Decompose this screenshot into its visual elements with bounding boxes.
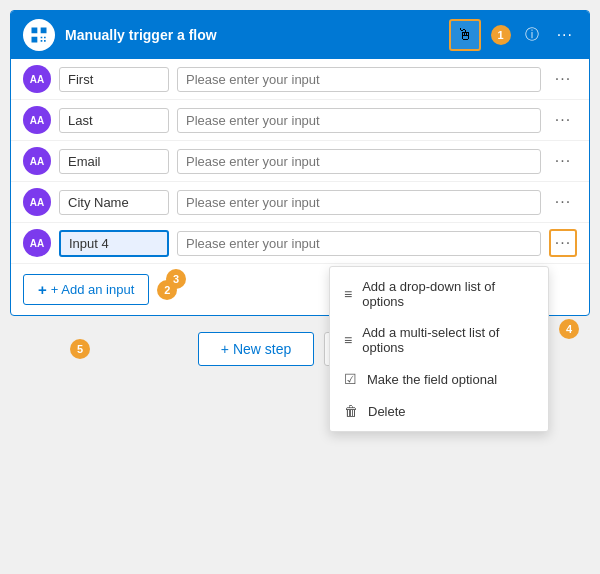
plus-icon: + (38, 281, 47, 298)
aa-badge-cityname: AA (23, 188, 51, 216)
menu-delete-label: Delete (368, 404, 406, 419)
field-name-email[interactable] (59, 149, 169, 174)
row-more-input4[interactable]: ··· (549, 229, 577, 257)
row-input4: AA ··· (11, 223, 589, 264)
trigger-card: Manually trigger a flow 🖱 1 ⓘ ··· AA ···… (10, 10, 590, 316)
dropdown-icon: ≡ (344, 286, 352, 302)
row-first: AA ··· (11, 59, 589, 100)
row-email: AA ··· (11, 141, 589, 182)
field-name-cityname[interactable] (59, 190, 169, 215)
placeholder-email[interactable] (177, 149, 541, 174)
row-last: AA ··· (11, 100, 589, 141)
multiselect-icon: ≡ (344, 332, 352, 348)
badge-5: 5 (70, 339, 90, 359)
field-name-first[interactable] (59, 67, 169, 92)
card-header: Manually trigger a flow 🖱 1 ⓘ ··· (11, 11, 589, 59)
placeholder-input4[interactable] (177, 231, 541, 256)
info-button[interactable]: ⓘ (521, 22, 543, 48)
cursor-button[interactable]: 🖱 (449, 19, 481, 51)
badge-3: 3 (166, 269, 186, 289)
row-cityname: AA ··· (11, 182, 589, 223)
header-more-button[interactable]: ··· (553, 22, 577, 48)
menu-add-dropdown[interactable]: ≡ Add a drop-down list of options (330, 271, 548, 317)
badge-4: 4 (559, 319, 579, 339)
row-more-cityname[interactable]: ··· (549, 188, 577, 216)
aa-badge-input4: AA (23, 229, 51, 257)
aa-badge-email: AA (23, 147, 51, 175)
placeholder-cityname[interactable] (177, 190, 541, 215)
header-title: Manually trigger a flow (65, 27, 439, 43)
row-more-last[interactable]: ··· (549, 106, 577, 134)
menu-add-dropdown-label: Add a drop-down list of options (362, 279, 534, 309)
placeholder-last[interactable] (177, 108, 541, 133)
add-input-button[interactable]: + + Add an input (23, 274, 149, 305)
menu-make-optional[interactable]: ☑ Make the field optional (330, 363, 548, 395)
aa-badge-last: AA (23, 106, 51, 134)
row-more-first[interactable]: ··· (549, 65, 577, 93)
new-step-button[interactable]: + New step (198, 332, 314, 366)
menu-add-multiselect-label: Add a multi-select list of options (362, 325, 534, 355)
badge-1: 1 (491, 25, 511, 45)
placeholder-first[interactable] (177, 67, 541, 92)
flow-icon (23, 19, 55, 51)
menu-delete[interactable]: 🗑 Delete (330, 395, 548, 427)
aa-badge-first: AA (23, 65, 51, 93)
add-input-label: + Add an input (51, 282, 135, 297)
trash-icon: 🗑 (344, 403, 358, 419)
menu-make-optional-label: Make the field optional (367, 372, 497, 387)
menu-add-multiselect[interactable]: ≡ Add a multi-select list of options (330, 317, 548, 363)
row-more-email[interactable]: ··· (549, 147, 577, 175)
field-name-last[interactable] (59, 108, 169, 133)
field-name-input4[interactable] (59, 230, 169, 257)
context-menu: ≡ Add a drop-down list of options ≡ Add … (329, 266, 549, 432)
checkbox-icon: ☑ (344, 371, 357, 387)
cursor-icon: 🖱 (457, 26, 473, 44)
